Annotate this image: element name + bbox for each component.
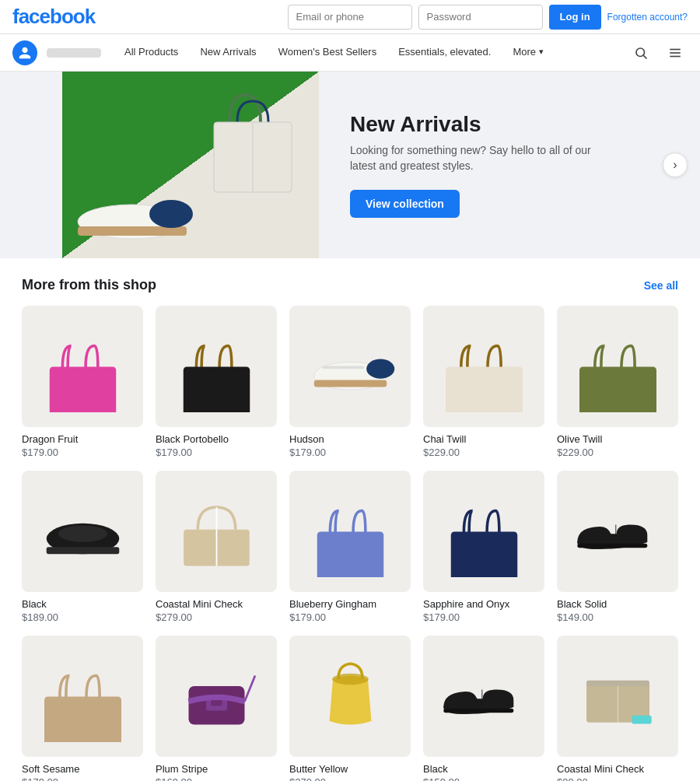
login-button[interactable]: Log in — [549, 5, 601, 30]
product-price: $229.00 — [423, 447, 544, 458]
product-price: $179.00 — [423, 611, 544, 623]
product-name: Sapphire and Onyx — [423, 598, 544, 610]
password-input[interactable] — [418, 5, 543, 30]
product-name: Dragon Fruit — [22, 433, 143, 445]
product-image — [557, 636, 678, 757]
product-name: Soft Sesame — [22, 763, 143, 775]
product-name: Butter Yellow — [289, 763, 411, 775]
svg-rect-10 — [49, 366, 116, 412]
product-card[interactable]: Coastal Mini Check$99.00 — [557, 636, 678, 781]
product-price: $179.00 — [289, 611, 411, 623]
product-price: $169.00 — [156, 776, 277, 781]
product-name: Blueberry Gingham — [289, 598, 411, 610]
see-all-link[interactable]: See all — [644, 279, 678, 292]
svg-point-0 — [636, 48, 645, 57]
product-price: $279.00 — [156, 611, 277, 623]
svg-rect-41 — [632, 715, 651, 723]
product-name: Coastal Mini Check — [156, 598, 277, 610]
product-image — [423, 636, 544, 757]
svg-rect-17 — [579, 366, 656, 412]
forgotten-link[interactable]: Forgotten account? — [607, 12, 688, 23]
product-name: Hudson — [289, 433, 411, 445]
product-card[interactable]: Dragon Fruit$179.00 — [22, 306, 143, 458]
product-image — [156, 471, 277, 592]
product-card[interactable]: Plum Stripe$169.00 — [156, 636, 277, 781]
svg-rect-33 — [211, 700, 222, 706]
product-price: $279.00 — [289, 776, 411, 781]
product-card[interactable]: Coastal Mini Check$279.00 — [156, 471, 277, 623]
product-image — [22, 471, 143, 592]
product-card[interactable]: Black$189.00 — [22, 471, 143, 623]
hero-banner: New Arrivals Looking for something new? … — [0, 72, 700, 258]
product-name: Olive Twill — [557, 433, 678, 445]
view-collection-button[interactable]: View collection — [350, 190, 460, 218]
menu-button[interactable] — [663, 40, 688, 65]
product-image — [156, 636, 277, 757]
product-price: $179.00 — [289, 447, 411, 458]
product-price: $179.00 — [22, 447, 143, 458]
top-bar-right: Log in Forgotten account? — [288, 5, 688, 30]
nav-more[interactable]: More — [502, 34, 555, 72]
nav-all-products[interactable]: All Products — [114, 34, 189, 72]
product-card[interactable]: Blueberry Gingham$179.00 — [289, 471, 411, 623]
product-card[interactable]: Black Solid$149.00 — [557, 471, 678, 623]
product-image — [22, 636, 143, 757]
nav-new-arrivals[interactable]: New Arrivals — [189, 34, 267, 72]
nav-essentials[interactable]: Essentials, elevated. — [387, 34, 502, 72]
hero-title: New Arrivals — [350, 112, 700, 137]
hero-next-arrow[interactable]: › — [663, 152, 688, 177]
product-price: $189.00 — [22, 611, 143, 623]
product-card[interactable]: Black Portobello$179.00 — [156, 306, 277, 458]
nav-womens-best-sellers[interactable]: Women's Best Sellers — [268, 34, 388, 72]
hero-content: New Arrivals Looking for something new? … — [350, 112, 700, 217]
svg-point-9 — [149, 200, 193, 228]
product-image — [423, 306, 544, 427]
product-image — [557, 471, 678, 592]
svg-line-31 — [244, 675, 255, 701]
product-name: Black — [22, 598, 143, 610]
svg-rect-39 — [586, 680, 649, 685]
shop-nav: All Products New Arrivals Women's Best S… — [0, 34, 700, 72]
product-card[interactable]: Butter Yellow$279.00 — [289, 636, 411, 781]
shop-name — [47, 48, 101, 58]
product-price: $179.00 — [156, 447, 277, 458]
product-image — [289, 306, 411, 427]
email-input[interactable] — [288, 5, 412, 30]
product-name: Coastal Mini Check — [557, 763, 678, 775]
product-card[interactable]: Hudson$179.00 — [289, 306, 411, 458]
product-price: $149.00 — [557, 611, 678, 623]
avatar — [12, 40, 37, 65]
svg-point-14 — [366, 359, 394, 378]
shop-nav-icons — [628, 40, 688, 65]
product-card[interactable]: Sapphire and Onyx$179.00 — [423, 471, 544, 623]
section-header: More from this shop See all — [22, 277, 678, 293]
product-image — [289, 636, 411, 757]
top-bar: facebook Log in Forgotten account? — [0, 0, 700, 34]
product-name: Plum Stripe — [156, 763, 277, 775]
product-name: Black — [423, 763, 544, 775]
product-price: $229.00 — [557, 447, 678, 458]
svg-rect-11 — [183, 366, 250, 412]
hero-description: Looking for something new? Say hello to … — [350, 143, 614, 173]
search-button[interactable] — [628, 40, 653, 65]
product-name: Chai Twill — [423, 433, 544, 445]
product-image — [156, 306, 277, 427]
section-title: More from this shop — [22, 277, 156, 293]
svg-rect-24 — [317, 531, 383, 577]
svg-rect-25 — [450, 531, 517, 577]
facebook-logo[interactable]: facebook — [12, 5, 95, 29]
product-card[interactable]: Black$159.00 — [423, 636, 544, 781]
svg-line-1 — [643, 55, 646, 58]
svg-rect-15 — [322, 366, 364, 369]
product-image — [423, 471, 544, 592]
svg-rect-37 — [443, 708, 513, 712]
product-card[interactable]: Chai Twill$229.00 — [423, 306, 544, 458]
products-section: More from this shop See all Dragon Fruit… — [0, 258, 700, 781]
product-card[interactable]: Soft Sesame$179.00 — [22, 636, 143, 781]
product-image — [557, 306, 678, 427]
hero-bag-illustration — [202, 79, 303, 204]
shop-nav-links: All Products New Arrivals Women's Best S… — [114, 34, 625, 72]
svg-point-20 — [58, 525, 107, 542]
product-image — [289, 471, 411, 592]
product-card[interactable]: Olive Twill$229.00 — [557, 306, 678, 458]
